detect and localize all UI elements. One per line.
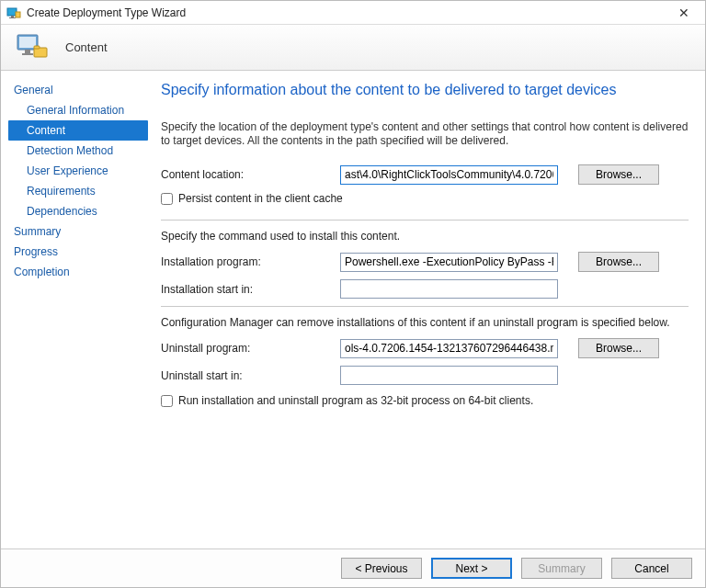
run32-checkbox[interactable] (161, 395, 173, 407)
uninstall-startin-label: Uninstall start in: (161, 369, 340, 382)
svg-rect-7 (22, 53, 33, 55)
run32-checkbox-row: Run installation and uninstall program a… (161, 394, 689, 407)
banner-title: Content (65, 40, 108, 54)
sidebar-item-general[interactable]: General (8, 80, 148, 100)
row-content-location: Content location: Browse... (161, 164, 689, 185)
banner-icon (14, 29, 51, 66)
row-install-program: Installation program: Browse... (161, 252, 689, 272)
install-startin-input[interactable] (340, 279, 558, 299)
titlebar: Create Deployment Type Wizard ✕ (1, 1, 705, 25)
sidebar-item-general-information[interactable]: General Information (8, 100, 148, 120)
sidebar-list: General General Information Content Dete… (8, 80, 148, 282)
sidebar-item-requirements[interactable]: Requirements (8, 181, 148, 201)
sidebar-item-summary[interactable]: Summary (8, 221, 148, 242)
close-icon[interactable]: ✕ (668, 6, 700, 20)
uninstall-section-text: Configuration Manager can remove install… (161, 316, 689, 329)
separator-1 (161, 220, 689, 220)
persist-checkbox-row: Persist content in the client cache (161, 192, 689, 205)
uninstall-program-label: Uninstall program: (161, 342, 340, 355)
previous-button[interactable]: < Previous (341, 558, 422, 579)
wizard-window: Create Deployment Type Wizard ✕ Content … (0, 0, 706, 588)
row-install-startin: Installation start in: (161, 279, 689, 299)
row-uninstall-program: Uninstall program: Browse... (161, 338, 689, 358)
svg-rect-6 (25, 50, 30, 53)
cancel-button[interactable]: Cancel (611, 558, 692, 579)
window-title: Create Deployment Type Wizard (27, 6, 668, 19)
separator-2 (161, 306, 689, 307)
row-uninstall-startin: Uninstall start in: (161, 366, 689, 385)
main-panel: Specify information about the content to… (148, 71, 705, 548)
sidebar-item-progress[interactable]: Progress (8, 242, 148, 262)
app-icon (6, 6, 21, 20)
uninstall-program-input[interactable] (340, 339, 558, 358)
page-heading: Specify information about the content to… (161, 82, 689, 98)
run32-label: Run installation and uninstall program a… (178, 394, 533, 407)
sidebar-item-detection-method[interactable]: Detection Method (8, 141, 148, 161)
intro-text: Specify the location of the deployment t… (161, 120, 689, 148)
persist-label: Persist content in the client cache (178, 192, 343, 205)
footer: < Previous Next > Summary Cancel (1, 548, 705, 587)
content-location-label: Content location: (161, 168, 340, 181)
sidebar-item-content[interactable]: Content (8, 120, 148, 141)
svg-rect-9 (34, 46, 40, 49)
sidebar-item-dependencies[interactable]: Dependencies (8, 201, 148, 221)
uninstall-startin-input[interactable] (340, 366, 558, 385)
browse-uninstall-program-button[interactable]: Browse... (578, 338, 659, 358)
svg-rect-1 (11, 16, 14, 17)
install-startin-label: Installation start in: (161, 283, 340, 296)
summary-button: Summary (521, 558, 602, 579)
persist-checkbox[interactable] (161, 193, 173, 205)
sidebar: General General Information Content Dete… (1, 71, 148, 548)
install-program-label: Installation program: (161, 255, 340, 268)
svg-rect-3 (16, 12, 20, 17)
browse-content-location-button[interactable]: Browse... (578, 164, 659, 185)
sidebar-item-completion[interactable]: Completion (8, 262, 148, 282)
next-button[interactable]: Next > (431, 558, 512, 579)
install-program-input[interactable] (340, 253, 558, 272)
banner: Content (1, 25, 705, 71)
browse-install-program-button[interactable]: Browse... (578, 252, 659, 272)
content-location-input[interactable] (340, 165, 558, 185)
svg-rect-2 (9, 17, 16, 18)
sidebar-item-user-experience[interactable]: User Experience (8, 161, 148, 181)
install-section-text: Specify the command used to install this… (161, 230, 689, 243)
svg-rect-5 (19, 37, 36, 48)
body: General General Information Content Dete… (1, 71, 705, 548)
